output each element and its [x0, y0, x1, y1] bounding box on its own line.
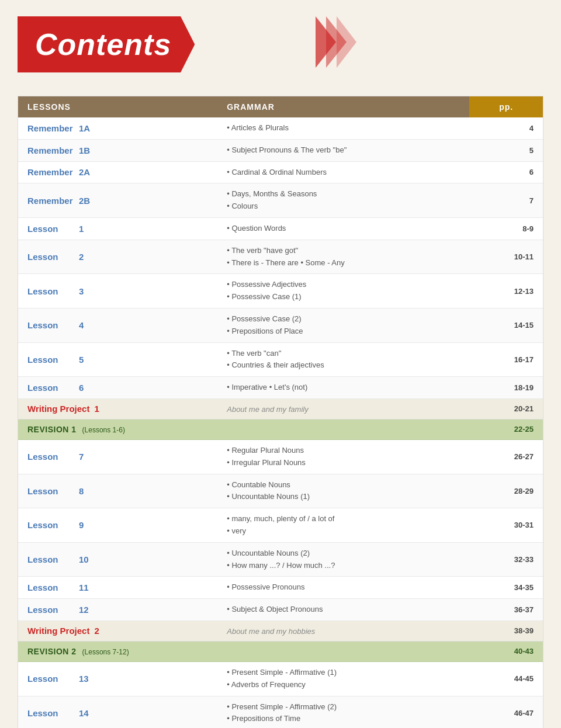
writing-grammar: About me and my family	[227, 405, 308, 414]
grammar-item: • Prepositions of Time	[227, 713, 460, 725]
lesson-name: Lesson	[27, 224, 74, 234]
lesson-number: 12	[79, 605, 89, 615]
lesson-name: Lesson	[27, 708, 74, 718]
grammar-item: • Colours	[227, 200, 460, 213]
table-row: Lesson12• Subject & Object Pronouns36-37	[18, 599, 543, 621]
grammar-item: • Question Words	[227, 223, 460, 235]
grammar-item: • Subject & Object Pronouns	[227, 604, 460, 616]
lesson-name: Lesson	[27, 252, 74, 262]
lesson-name: Lesson	[27, 674, 74, 684]
grammar-item: • Possessive Case (1)	[227, 291, 460, 303]
grammar-item: • Prepositions of Place	[227, 325, 460, 338]
grammar-item: • Regular Plural Nouns	[227, 445, 460, 457]
svg-marker-2	[337, 16, 356, 68]
table-row: Remember2A• Cardinal & Ordinal Numbers6	[18, 161, 543, 183]
table-row: Remember1B• Subject Pronouns & The verb …	[18, 139, 543, 161]
lesson-pp: 46-47	[469, 696, 543, 728]
grammar-item: • many, much, plenty of / a lot of	[227, 513, 460, 525]
table-row: Remember2B• Days, Months & Seasons• Colo…	[18, 183, 543, 218]
grammar-item: • Adverbs of Frequency	[227, 679, 460, 691]
revision-sub: (Lessons 1-6)	[82, 426, 125, 434]
lesson-name: Lesson	[27, 605, 74, 615]
grammar-item: • Irregular Plural Nouns	[227, 457, 460, 469]
lesson-number: 1A	[79, 123, 90, 133]
lesson-name: Remember	[27, 145, 74, 155]
lesson-number: 2	[79, 252, 84, 262]
grammar-item: • Possessive Adjectives	[227, 279, 460, 291]
table-row: Lesson14• Present Simple - Affirmative (…	[18, 696, 543, 728]
lesson-number: 10	[79, 554, 89, 564]
lesson-number: 11	[79, 583, 89, 592]
grammar-item: • The verb "have got"	[227, 245, 460, 257]
lesson-pp: 26-27	[469, 439, 543, 474]
lesson-name: Lesson	[27, 355, 74, 365]
revision-sub: (Lessons 7-12)	[82, 648, 129, 656]
table-row: Lesson3• Possessive Adjectives• Possessi…	[18, 274, 543, 308]
lesson-pp: 34-35	[469, 577, 543, 599]
lesson-pp: 7	[469, 183, 543, 218]
lesson-number: 4	[79, 320, 84, 330]
grammar-item: • very	[227, 525, 460, 538]
grammar-item: • Articles & Plurals	[227, 122, 460, 134]
lesson-name: Lesson	[27, 583, 74, 592]
lesson-pp: 5	[469, 139, 543, 161]
writing-pp: 20-21	[469, 398, 543, 419]
table-row: REVISION 2(Lessons 7-12)40-43	[18, 641, 543, 661]
lesson-pp: 6	[469, 161, 543, 183]
lesson-name: Remember	[27, 123, 74, 133]
lesson-number: 2B	[79, 196, 90, 206]
table-row: Remember1A• Articles & Plurals4	[18, 117, 543, 139]
lesson-name: Remember	[27, 196, 74, 206]
lesson-number: 8	[79, 486, 84, 496]
lesson-name: Remember	[27, 167, 74, 177]
lesson-number: 6	[79, 383, 84, 393]
page-title: Contents	[35, 27, 171, 61]
col-header-pp: pp.	[469, 96, 543, 117]
table-row: Lesson8• Countable Nouns• Uncountable No…	[18, 474, 543, 508]
grammar-item: • Present Simple - Affirmative (1)	[227, 667, 460, 679]
writing-pp: 38-39	[469, 620, 543, 641]
table-row: Writing Project1About me and my family20…	[18, 398, 543, 419]
grammar-item: • Uncountable Nouns (2)	[227, 547, 460, 560]
lesson-pp: 10-11	[469, 240, 543, 274]
lesson-pp: 8-9	[469, 217, 543, 240]
grammar-item: • Present Simple - Affirmative (2)	[227, 701, 460, 713]
revision-pp: 40-43	[469, 641, 543, 661]
lesson-pp: 36-37	[469, 599, 543, 621]
lesson-pp: 14-15	[469, 308, 543, 342]
grammar-item: • There is - There are • Some - Any	[227, 257, 460, 269]
writing-project-label: Writing Project	[27, 404, 89, 414]
revision-label: REVISION 1	[27, 425, 77, 434]
writing-project-label: Writing Project	[27, 626, 89, 636]
table-row: Lesson13• Present Simple - Affirmative (…	[18, 661, 543, 696]
table-row: Writing Project2About me and my hobbies3…	[18, 620, 543, 641]
grammar-item: • Possessive Case (2)	[227, 313, 460, 325]
table-header-row: LESSONS GRAMMAR pp.	[18, 96, 543, 117]
writing-grammar: About me and my hobbies	[227, 627, 315, 636]
grammar-item: • Countries & their adjectives	[227, 359, 460, 372]
table-row: Lesson2• The verb "have got"• There is -…	[18, 240, 543, 274]
col-header-grammar: GRAMMAR	[217, 96, 469, 117]
lesson-pp: 32-33	[469, 542, 543, 577]
lesson-number: 13	[79, 674, 89, 684]
lesson-name: Lesson	[27, 383, 74, 393]
lesson-number: 1B	[79, 145, 90, 155]
lesson-number: 5	[79, 355, 84, 365]
grammar-item: • Uncountable Nouns (1)	[227, 491, 460, 503]
table-row: Lesson5• The verb "can"• Countries & the…	[18, 342, 543, 377]
table-row: Lesson9• many, much, plenty of / a lot o…	[18, 508, 543, 543]
table-row: REVISION 1(Lessons 1-6)22-25	[18, 419, 543, 439]
lesson-pp: 16-17	[469, 342, 543, 377]
grammar-item: • Imperative • Let's (not)	[227, 382, 460, 394]
grammar-item: • Subject Pronouns & The verb "be"	[227, 144, 460, 157]
lesson-name: Lesson	[27, 554, 74, 564]
lesson-name: Lesson	[27, 520, 74, 530]
lesson-name: Lesson	[27, 286, 74, 296]
lesson-number: 9	[79, 520, 84, 530]
lesson-pp: 18-19	[469, 377, 543, 399]
table-row: Lesson7• Regular Plural Nouns• Irregular…	[18, 439, 543, 474]
header-decoration	[316, 16, 356, 68]
grammar-item: • How many ...? / How much ...?	[227, 560, 460, 572]
table-row: Lesson11• Possessive Pronouns34-35	[18, 577, 543, 599]
lesson-number: 14	[79, 708, 89, 718]
